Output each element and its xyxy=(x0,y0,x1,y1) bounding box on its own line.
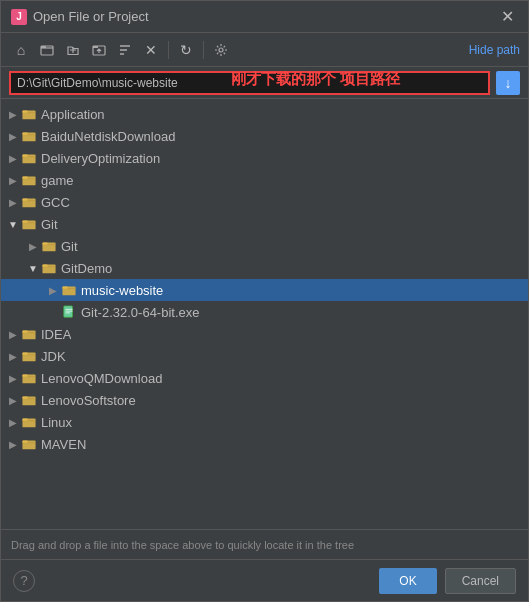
path-bar: ↓ xyxy=(1,67,528,99)
nav-up-btn[interactable] xyxy=(87,38,111,62)
item-label: LenovoQMDownload xyxy=(41,371,162,386)
item-label: Application xyxy=(41,107,105,122)
toolbar-sep2 xyxy=(203,41,204,59)
folder-icon xyxy=(21,326,37,342)
item-label: GCC xyxy=(41,195,70,210)
hide-path-link[interactable]: Hide path xyxy=(469,43,520,57)
settings-btn[interactable] xyxy=(209,38,233,62)
svg-rect-6 xyxy=(22,111,27,113)
expand-arrow: ▶ xyxy=(45,282,61,298)
toolbar: ⌂ ✕ ↻ xyxy=(1,33,528,67)
expand-arrow: ▶ xyxy=(5,326,21,342)
tree-item[interactable]: ▶ LenovoQMDownload xyxy=(1,367,528,389)
folder-icon xyxy=(41,238,57,254)
footer-buttons: OK Cancel xyxy=(379,568,516,594)
item-label: GitDemo xyxy=(61,261,112,276)
path-input-wrapper xyxy=(9,71,490,95)
folder-icon xyxy=(21,150,37,166)
item-label: Git xyxy=(61,239,78,254)
app-icon: J xyxy=(11,9,27,25)
cancel-button[interactable]: Cancel xyxy=(445,568,516,594)
item-label: BaiduNetdiskDownload xyxy=(41,129,175,144)
expand-arrow: ▶ xyxy=(5,436,21,452)
folder-icon xyxy=(21,106,37,122)
folder-icon xyxy=(21,392,37,408)
svg-rect-29 xyxy=(22,375,27,377)
item-label: DeliveryOptimization xyxy=(41,151,160,166)
svg-rect-12 xyxy=(22,177,27,179)
title-bar: J Open File or Project ✕ xyxy=(1,1,528,33)
collapse-btn[interactable] xyxy=(113,38,137,62)
home-btn[interactable]: ⌂ xyxy=(9,38,33,62)
expand-arrow: ▶ xyxy=(5,348,21,364)
tree-item[interactable]: ▶ LenovoSoftstore xyxy=(1,389,528,411)
svg-rect-8 xyxy=(22,133,27,135)
expand-arrow: ▶ xyxy=(5,106,21,122)
help-button[interactable]: ? xyxy=(13,570,35,592)
svg-rect-25 xyxy=(22,331,27,333)
tree-item[interactable]: ▶ BaiduNetdiskDownload xyxy=(1,125,528,147)
expand-arrow: ▼ xyxy=(25,260,41,276)
delete-btn[interactable]: ✕ xyxy=(139,38,163,62)
folder-icon xyxy=(21,216,37,232)
refresh-btn[interactable]: ↻ xyxy=(174,38,198,62)
folder-icon xyxy=(21,172,37,188)
status-text: Drag and drop a file into the space abov… xyxy=(11,539,354,551)
title-bar-left: J Open File or Project xyxy=(11,9,149,25)
item-label: Git-2.32.0-64-bit.exe xyxy=(81,305,200,320)
svg-rect-3 xyxy=(93,46,98,48)
close-button[interactable]: ✕ xyxy=(497,7,518,27)
tree-item-selected[interactable]: ▶ music-website xyxy=(1,279,528,301)
tree-item[interactable]: ▶ Application xyxy=(1,103,528,125)
item-label: IDEA xyxy=(41,327,71,342)
tree-item[interactable]: ▶ game xyxy=(1,169,528,191)
svg-rect-1 xyxy=(41,46,46,48)
open-btn[interactable] xyxy=(61,38,85,62)
expand-arrow: ▶ xyxy=(5,414,21,430)
svg-point-4 xyxy=(219,48,223,52)
expand-arrow: ▶ xyxy=(5,150,21,166)
expand-arrow: ▶ xyxy=(5,128,21,144)
tree-item[interactable]: ▶ Linux xyxy=(1,411,528,433)
new-folder-btn[interactable] xyxy=(35,38,59,62)
tree-item[interactable]: ▼ Git xyxy=(1,213,528,235)
expand-arrow: ▼ xyxy=(5,216,21,232)
tree-item[interactable]: ▶ Git-2.32.0-64-bit.exe xyxy=(1,301,528,323)
tree-item[interactable]: ▼ GitDemo xyxy=(1,257,528,279)
folder-icon xyxy=(21,436,37,452)
folder-icon xyxy=(21,194,37,210)
svg-rect-33 xyxy=(22,419,27,421)
expand-arrow: ▶ xyxy=(5,194,21,210)
ok-button[interactable]: OK xyxy=(379,568,436,594)
svg-rect-31 xyxy=(22,397,27,399)
footer: ? OK Cancel xyxy=(1,559,528,601)
svg-rect-22 xyxy=(62,287,67,289)
item-label: game xyxy=(41,173,74,188)
tree-item[interactable]: ▶ Git xyxy=(1,235,528,257)
svg-rect-10 xyxy=(22,155,27,157)
folder-icon xyxy=(21,370,37,386)
tree-item[interactable]: ▶ IDEA xyxy=(1,323,528,345)
tree-item[interactable]: ▶ GCC xyxy=(1,191,528,213)
item-label: music-website xyxy=(81,283,163,298)
dialog-title: Open File or Project xyxy=(33,9,149,24)
tree-item[interactable]: ▶ MAVEN xyxy=(1,433,528,455)
download-btn[interactable]: ↓ xyxy=(496,71,520,95)
path-input[interactable] xyxy=(9,71,490,95)
expand-arrow: ▶ xyxy=(5,370,21,386)
svg-rect-16 xyxy=(22,221,27,223)
svg-rect-14 xyxy=(22,199,27,201)
tree-item[interactable]: ▶ JDK xyxy=(1,345,528,367)
item-label: JDK xyxy=(41,349,66,364)
open-file-dialog: J Open File or Project ✕ ⌂ xyxy=(0,0,529,602)
folder-icon xyxy=(21,348,37,364)
item-label: Git xyxy=(41,217,58,232)
svg-rect-27 xyxy=(22,353,27,355)
item-label: Linux xyxy=(41,415,72,430)
folder-icon xyxy=(41,260,57,276)
folder-icon xyxy=(61,282,77,298)
file-tree[interactable]: ▶ Application ▶ BaiduNetdiskDownload ▶ D… xyxy=(1,99,528,529)
tree-item[interactable]: ▶ DeliveryOptimization xyxy=(1,147,528,169)
folder-icon xyxy=(21,414,37,430)
expand-arrow: ▶ xyxy=(5,392,21,408)
